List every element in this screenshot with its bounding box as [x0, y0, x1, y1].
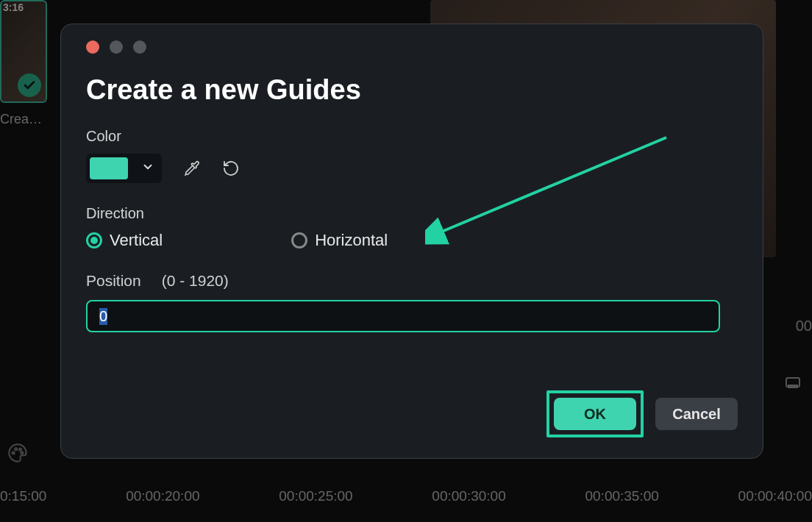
timeline-mark: 0:15:00 — [0, 488, 46, 504]
palette-icon[interactable] — [7, 443, 28, 466]
color-row — [86, 154, 738, 183]
create-guides-dialog: Create a new Guides Color Direction Vert… — [60, 24, 763, 459]
maximize-window-button[interactable] — [133, 40, 146, 54]
position-label: Position — [86, 272, 141, 290]
media-thumbnail[interactable]: 3:16 — [0, 0, 47, 103]
color-label: Color — [86, 128, 738, 145]
timeline-mark: 00:00:35:00 — [585, 488, 658, 504]
ok-button-label: OK — [584, 406, 606, 423]
position-input[interactable] — [86, 300, 720, 332]
radio-vertical[interactable]: Vertical — [86, 231, 163, 250]
svg-point-5 — [21, 451, 23, 454]
color-picker[interactable] — [86, 154, 162, 183]
timeline-mark: 00:00:25:00 — [279, 488, 352, 504]
radio-label: Horizontal — [315, 231, 388, 250]
minimize-window-button[interactable] — [110, 40, 123, 54]
svg-point-4 — [19, 448, 21, 451]
eyedropper-icon[interactable] — [184, 160, 200, 176]
direction-row: Vertical Horizontal — [86, 231, 738, 250]
timeline-mark: 00:00:40:00 — [738, 488, 812, 504]
position-header: Position (0 - 1920) — [86, 272, 738, 290]
check-icon — [18, 74, 41, 97]
timeline-ruler[interactable]: 0:15:00 00:00:20:00 00:00:25:00 00:00:30… — [0, 484, 812, 522]
svg-point-2 — [13, 451, 15, 454]
direction-label: Direction — [86, 205, 738, 222]
ok-button[interactable]: OK — [554, 398, 636, 430]
svg-point-3 — [15, 448, 17, 450]
radio-circle-icon — [86, 232, 102, 249]
radio-circle-icon — [291, 232, 307, 249]
annotation-arrow — [425, 135, 675, 245]
timeline-mark: 00:00:20:00 — [126, 488, 199, 504]
dialog-buttons: OK Cancel — [546, 390, 738, 437]
cancel-button-label: Cancel — [672, 406, 721, 423]
radio-label: Vertical — [110, 231, 163, 250]
timeline-mark: 00:00:30:00 — [432, 488, 505, 504]
frame-icon[interactable] — [784, 373, 802, 394]
cancel-button[interactable]: Cancel — [655, 398, 738, 430]
thumbnail-label: Crea… — [0, 112, 47, 127]
chevron-down-icon — [141, 160, 154, 176]
close-window-button[interactable] — [86, 40, 99, 54]
color-swatch — [90, 157, 128, 179]
reset-icon[interactable] — [222, 160, 240, 177]
side-timecode: 00 — [796, 318, 812, 335]
radio-horizontal[interactable]: Horizontal — [291, 231, 388, 250]
position-range: (0 - 1920) — [162, 272, 229, 290]
dialog-title: Create a new Guides — [86, 74, 738, 106]
window-controls — [86, 40, 738, 54]
ok-highlight-frame: OK — [546, 390, 644, 437]
thumbnail-timestamp: 3:16 — [3, 1, 24, 13]
